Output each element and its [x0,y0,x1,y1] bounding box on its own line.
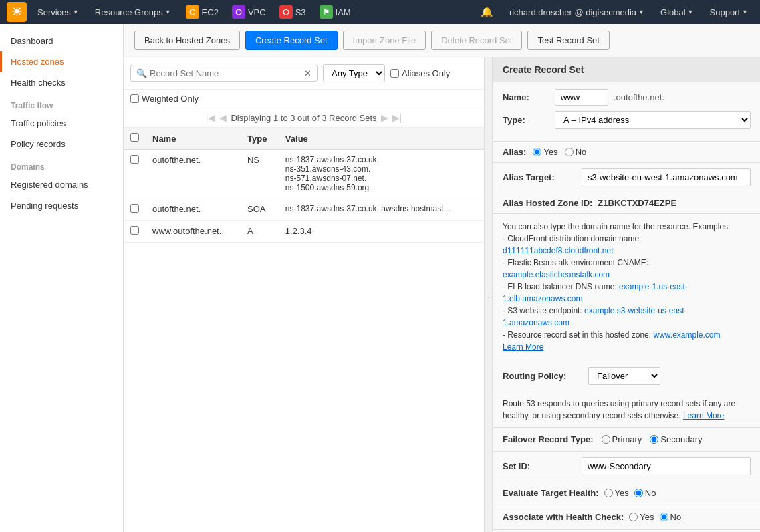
type-select[interactable]: A – IPv4 address AAAA – IPv6 address CNA… [555,111,751,129]
evaluate-health-label: Evaluate Target Health: [503,488,599,498]
failover-secondary-label[interactable]: Secondary [650,434,702,444]
row-value: 1.2.3.4 [279,221,484,243]
name-label: Name: [503,92,549,102]
sidebar: Dashboard Hosted zones Health checks Tra… [0,24,124,532]
prev-page-nav[interactable]: ◀ [219,112,227,123]
alias-zone-label: Alias Hosted Zone ID: [503,198,592,208]
search-icon: 🔍 [136,68,147,78]
routing-learn-more-link[interactable]: Learn More [683,411,724,420]
failover-primary-radio[interactable] [602,435,610,444]
info-item: ELB load balancer DNS name: example-1.us… [503,281,751,305]
row-checkbox[interactable] [130,155,139,164]
associate-health-label: Associate with Health Check: [503,512,624,522]
weighted-only-checkbox-label[interactable]: Weighted Only [130,94,477,104]
evaluate-yes-label[interactable]: Yes [604,488,629,498]
content-area: Back to Hosted Zones Create Record Set I… [124,24,760,532]
info-item: Resource record set in this hosted zone:… [503,329,751,341]
services-menu[interactable]: Services ▼ [32,5,84,20]
sidebar-item-dashboard[interactable]: Dashboard [0,31,123,51]
delete-record-set-button[interactable]: Delete Record Set [431,31,522,50]
alias-no-label[interactable]: No [565,147,587,157]
row-checkbox[interactable] [130,204,139,213]
name-input[interactable] [555,89,608,106]
user-menu[interactable]: richard.droscher @ digisecmedia ▼ [504,5,650,20]
failover-type-row: Failover Record Type: Primary Secondary [493,428,760,452]
create-record-set-title: Create Record Set [493,57,760,82]
pagination-text: Displaying 1 to 3 out of 3 Record Sets [231,113,376,123]
type-row: Type: A – IPv4 address AAAA – IPv6 addre… [503,111,751,129]
info-learn-more-link[interactable]: Learn More [503,342,543,352]
sidebar-item-pending-requests[interactable]: Pending requests [0,195,123,216]
name-type-section: Name: .outofthe.net. Type: A – IPv4 addr… [493,82,760,142]
sidebar-item-hosted-zones[interactable]: Hosted zones [0,51,123,72]
row-type: A [241,221,279,243]
associate-no-label[interactable]: No [660,512,682,522]
panel-resizer[interactable]: ⋮ [485,57,493,532]
alias-no-radio[interactable] [565,148,574,156]
evaluate-no-radio[interactable] [634,489,643,497]
next-page-nav[interactable]: ▶ [381,112,388,123]
info-box: You can also type the domain name for th… [493,214,760,360]
last-page-nav[interactable]: ▶| [392,112,402,123]
set-id-label: Set ID: [503,461,576,471]
sidebar-item-policy-records[interactable]: Policy records [0,134,123,154]
toolbar: Back to Hosted Zones Create Record Set I… [124,24,760,57]
vpc-nav[interactable]: ⬡ VPC [228,3,270,21]
associate-no-radio[interactable] [660,513,668,521]
select-all-checkbox[interactable] [130,133,139,142]
support-menu[interactable]: Support ▼ [705,5,753,20]
global-menu[interactable]: Global ▼ [655,5,699,20]
iam-icon: ⚑ [320,5,333,19]
resource-groups-menu[interactable]: Resource Groups ▼ [90,5,176,20]
row-name: outofthe.net. [146,198,241,221]
alias-target-row: Alias Target: [493,163,760,192]
routing-description: Route 53 responds to queries using prima… [493,392,760,428]
evaluate-no-label[interactable]: No [634,488,656,498]
row-checkbox[interactable] [130,226,139,235]
resource-groups-chevron: ▼ [165,9,171,15]
evaluate-yes-radio[interactable] [604,489,613,497]
routing-policy-row: Routing Policy: Simple Weighted Latency … [493,360,760,392]
table-row: outofthe.net. NS ns-1837.awsdns-37.co.uk… [124,150,484,198]
first-page-nav[interactable]: |◀ [206,112,216,123]
notifications-bell[interactable]: 🔔 [475,3,499,21]
back-to-hosted-zones-button[interactable]: Back to Hosted Zones [134,31,240,50]
left-panel: 🔍 ✕ Any Type A AAAA CNAME MX NS SOA TXT [124,57,485,532]
body-split: 🔍 ✕ Any Type A AAAA CNAME MX NS SOA TXT [124,57,760,532]
type-filter-select[interactable]: Any Type A AAAA CNAME MX NS SOA TXT [323,64,385,82]
routing-policy-select[interactable]: Simple Weighted Latency Failover Geoloca… [588,367,660,385]
sidebar-section-domains: Domains [0,154,123,174]
failover-secondary-radio[interactable] [650,435,658,444]
alias-yes-radio[interactable] [533,148,541,156]
evaluate-health-row: Evaluate Target Health: Yes No [493,481,760,505]
alias-target-input[interactable] [582,168,751,186]
associate-yes-label[interactable]: Yes [629,512,654,522]
set-id-input[interactable] [582,457,751,475]
associate-yes-radio[interactable] [629,513,638,521]
alias-target-label: Alias Target: [503,172,576,182]
create-record-set-button[interactable]: Create Record Set [245,31,338,50]
row-name: www.outofthe.net. [146,221,241,243]
import-zone-file-button[interactable]: Import Zone File [343,31,426,50]
alias-label: Alias: [503,147,526,157]
s3-nav[interactable]: ⬡ S3 [275,3,310,21]
row-value: ns-1837.awsdns-37.co.uk. ns-351.awsdns-4… [279,150,484,198]
row-type: SOA [241,198,279,221]
test-record-set-button[interactable]: Test Record Set [527,31,610,50]
sidebar-item-traffic-policies[interactable]: Traffic policies [0,113,123,134]
sidebar-item-health-checks[interactable]: Health checks [0,72,123,93]
alias-yes-label[interactable]: Yes [533,147,557,157]
right-panel: Create Record Set Name: .outofthe.net. T… [493,57,760,532]
sidebar-item-registered-domains[interactable]: Registered domains [0,174,123,195]
aliases-only-checkbox-label[interactable]: Aliases Only [390,68,450,78]
aliases-only-checkbox[interactable] [390,69,399,78]
iam-nav[interactable]: ⚑ IAM [315,3,355,21]
failover-primary-label[interactable]: Primary [602,434,642,444]
ec2-nav[interactable]: ⬡ EC2 [182,3,223,21]
search-input[interactable] [150,68,301,78]
ec2-icon: ⬡ [186,5,199,19]
row-checkbox-cell [124,150,146,198]
clear-search-icon[interactable]: ✕ [304,68,311,78]
aws-logo: ☀ [7,2,27,22]
weighted-only-checkbox[interactable] [130,94,139,103]
